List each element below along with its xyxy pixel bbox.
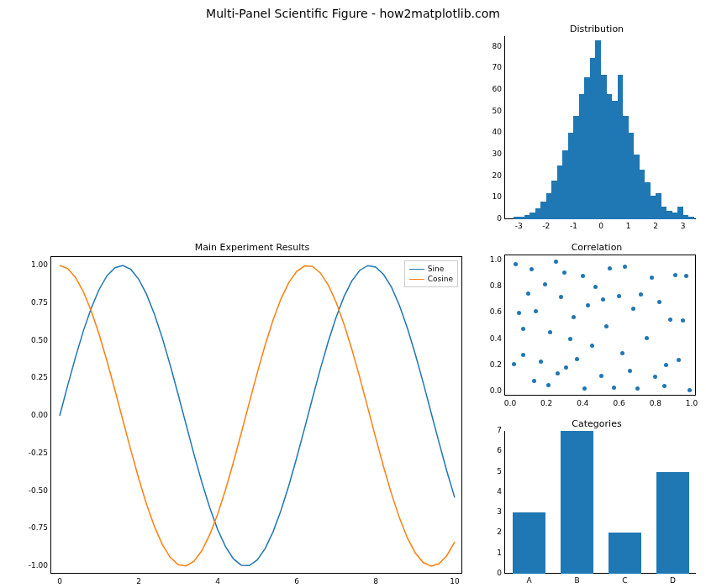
- scatter-point: [539, 360, 543, 364]
- tick-label: 0.25: [23, 373, 48, 381]
- scatter-point: [599, 374, 603, 378]
- hist-bin: [640, 170, 645, 219]
- line-sine: [60, 265, 455, 565]
- hist-bin: [623, 116, 629, 219]
- hist-bin: [595, 40, 601, 219]
- hist-bin: [651, 196, 656, 219]
- tick-label: 0: [588, 222, 614, 230]
- scatter-point: [581, 274, 585, 278]
- tick-label: 0: [47, 577, 72, 585]
- tick-label: 2: [643, 222, 668, 230]
- scatter-point: [564, 365, 568, 370]
- tick-label: 80: [477, 42, 502, 50]
- tick-label: 8: [363, 577, 388, 585]
- tick-label: C: [613, 576, 638, 585]
- tick-label: 2: [126, 577, 151, 585]
- tick-label: 10: [442, 577, 467, 585]
- hist-title: Distribution: [496, 24, 698, 34]
- tick-label: D: [661, 576, 686, 585]
- tick-label: 0.75: [23, 298, 48, 307]
- tick-label: 1: [616, 222, 641, 230]
- bar-C: [609, 533, 642, 574]
- tick-label: 0.4: [477, 334, 502, 343]
- scatter-point: [586, 303, 590, 307]
- hist-bin: [618, 75, 624, 219]
- tick-label: 20: [477, 171, 502, 180]
- hist-bin: [562, 150, 568, 219]
- legend-label: Sine: [428, 264, 444, 274]
- tick-label: 1.0: [679, 399, 704, 407]
- tick-label: 1.0: [477, 255, 502, 264]
- scatter-point: [521, 327, 525, 331]
- tick-label: 0.50: [23, 336, 48, 344]
- tick-label: 4: [205, 577, 230, 585]
- tick-label: 6: [284, 577, 309, 585]
- hist-bin: [656, 193, 661, 219]
- hist-bin: [551, 181, 557, 219]
- bar-B: [561, 431, 594, 574]
- scatter-point: [631, 307, 635, 311]
- hist-bin: [688, 217, 694, 219]
- main-plot: Sine Cosine 0246810-1.00-0.75-0.50-0.250…: [50, 256, 462, 574]
- tick-label: -0.25: [23, 449, 48, 457]
- scatter-point: [532, 379, 536, 383]
- scatter-point: [534, 309, 538, 313]
- scatter-point: [639, 292, 643, 297]
- scatter-point: [526, 291, 530, 296]
- scatter-point: [662, 384, 666, 388]
- hist-bin: [519, 217, 524, 219]
- scatter-point: [657, 300, 661, 304]
- scatter-point: [517, 311, 521, 315]
- scatter-point: [604, 324, 609, 328]
- hist-bin: [645, 182, 651, 219]
- hist-bin: [514, 217, 519, 219]
- tick-label: -2: [534, 222, 559, 230]
- tick-label: 1: [477, 549, 502, 557]
- scatter-point: [568, 337, 572, 341]
- line-cosine: [60, 265, 455, 566]
- scatter-point: [575, 357, 579, 361]
- tick-label: -0.75: [23, 523, 48, 532]
- tick-label: 0.4: [570, 399, 595, 407]
- hist-bin: [672, 213, 678, 219]
- scatter-point: [512, 362, 516, 366]
- hist-bin: [530, 213, 535, 219]
- hist-bin: [683, 215, 689, 219]
- scatter-point: [623, 265, 627, 269]
- scatter-point: [556, 371, 560, 375]
- tick-label: 0.8: [477, 281, 502, 290]
- tick-label: 7: [477, 426, 502, 434]
- hist-bin: [677, 207, 683, 219]
- bar-A: [513, 512, 546, 574]
- hist-bin: [568, 133, 574, 219]
- scatter-point: [572, 315, 576, 319]
- hist-bin: [634, 155, 640, 219]
- legend-item-sine: Sine: [409, 264, 453, 274]
- scatter-point: [612, 386, 616, 390]
- scatter-point: [514, 262, 518, 266]
- scatter-point: [521, 353, 525, 357]
- tick-label: 60: [477, 85, 502, 93]
- tick-label: B: [565, 576, 590, 585]
- tick-label: 2: [477, 528, 502, 536]
- tick-label: 0.8: [643, 399, 668, 407]
- hist-bin: [557, 165, 563, 219]
- scatter-point: [620, 351, 624, 355]
- scatter-point: [546, 383, 551, 387]
- scatter-point: [653, 375, 657, 379]
- scatter-point: [673, 273, 677, 277]
- main-plot-title: Main Experiment Results: [42, 242, 462, 253]
- tick-label: 10: [477, 192, 502, 201]
- hist-bin: [579, 94, 585, 219]
- scatter-point: [668, 318, 672, 322]
- hist-bin: [629, 133, 635, 219]
- legend-label: Cosine: [428, 274, 453, 284]
- tick-label: -1: [561, 222, 586, 230]
- scatter-point: [554, 260, 558, 264]
- scatter-point: [608, 266, 612, 270]
- tick-label: 0: [477, 569, 502, 577]
- histogram-plot: -3-2-1012301020304050607080: [504, 36, 696, 219]
- tick-label: 0.00: [23, 411, 48, 419]
- scatter-point: [601, 297, 605, 302]
- bar-title: Categories: [496, 418, 698, 429]
